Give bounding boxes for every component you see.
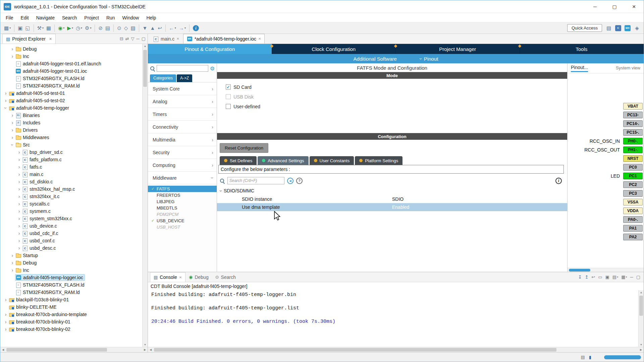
console-vertical-scrollbar[interactable]: ▲ ▼ — [638, 290, 644, 347]
menu-help[interactable]: Help — [143, 14, 159, 21]
debug-perspective-icon[interactable]: ◈ — [633, 24, 641, 32]
clear-console-icon[interactable]: ▭▾ — [598, 275, 602, 279]
scroll-right-icon[interactable]: ▶ — [142, 347, 148, 352]
config-tab-set-defines[interactable]: Set Defines — [220, 156, 257, 165]
view-menu-icon[interactable]: ▽▾ — [131, 37, 134, 41]
tree-item-breakout-f070cb-arduino-template[interactable]: › breakout-f070cb-arduino-template — [0, 311, 142, 318]
checkbox[interactable] — [226, 104, 231, 109]
category-middleware[interactable]: Middleware › — [148, 172, 217, 184]
parameter-group-row[interactable]: › SDIO/SDMMC — [217, 186, 567, 195]
info-icon[interactable]: i▾ — [192, 24, 200, 33]
tree-item-inc[interactable]: › Inc — [0, 266, 142, 274]
menu-run[interactable]: Run — [103, 14, 118, 21]
previous-annotation-icon[interactable]: ▲▾ — [149, 24, 156, 33]
expand-arrow-icon[interactable]: › — [10, 142, 15, 147]
pin-console-icon[interactable]: ▣▾ — [605, 275, 609, 279]
pin-pa2[interactable]: PA2 — [623, 234, 643, 240]
pin-pc14[interactable]: PC14-. — [623, 120, 643, 127]
expand-arrow-icon[interactable]: › — [3, 98, 8, 103]
expand-arrow-icon[interactable]: › — [16, 231, 22, 236]
close-tab-icon[interactable]: ✕ — [258, 37, 261, 41]
tree-item-stm32f405rgtx-flash-ld[interactable]: STM32F405RGTX_FLASH.ld — [0, 75, 142, 82]
scroll-lock-icon[interactable]: ↥▾ — [585, 275, 588, 279]
tree-item-stm32f4xx-hal-msp-c[interactable]: › stm32f4xx_hal_msp.c — [0, 185, 142, 193]
dropdown-caret-icon[interactable]: ▾ — [90, 26, 91, 29]
tree-item-stm32f405rgtx-flash-ld[interactable]: STM32F405RGTX_FLASH.ld — [0, 281, 142, 289]
collapse-all-icon[interactable]: ⊟▾ — [120, 37, 123, 41]
save-all-icon[interactable]: ◱▾ — [24, 24, 31, 33]
config-tab-advanced-settings[interactable]: Advanced Settings — [258, 156, 308, 165]
pin-pc3[interactable]: PC3 — [623, 190, 643, 197]
parameter-use-dma-template[interactable]: Use dma template Enabled — [217, 203, 567, 211]
nav-tab-project-manager[interactable]: Project Manager — [396, 44, 520, 54]
middleware-usb-host[interactable]: USB_HOST — [148, 224, 217, 230]
tree-item-src[interactable]: › Src — [0, 141, 142, 148]
skip-breakpoints-icon[interactable]: ⊘▾ — [97, 24, 104, 33]
scroll-right-icon[interactable]: ▶ — [638, 347, 644, 352]
menu-project[interactable]: Project — [81, 14, 102, 21]
profile-icon[interactable]: ◷▾ — [75, 24, 83, 33]
minimize-icon[interactable]: ─▾ — [136, 37, 139, 41]
expand-arrow-icon[interactable]: › — [3, 297, 8, 302]
tree-item-stm32f4xx-it-c[interactable]: › stm32f4xx_it.c — [0, 193, 142, 200]
middleware-libjpeg[interactable]: LIBJPEG — [148, 198, 217, 205]
editor-tab-adafruit-f405-temp-logger-ioc[interactable]: *adafruit-f405-temp-logger.ioc ✕ — [183, 34, 265, 44]
nav-tab-pinout-configuration[interactable]: Pinout & Configuration — [148, 44, 272, 54]
menu-edit[interactable]: Edit — [17, 14, 32, 21]
device-configuration-perspective-icon[interactable]: MX — [624, 24, 632, 32]
tree-item-blackpill-f103c8-blinky-01[interactable]: › blackpill-f103c8-blinky-01 — [0, 296, 142, 303]
expand-arrow-icon[interactable]: › — [16, 164, 22, 170]
tree-item-adafruit-f405-logger-test-01-elf-launch[interactable]: adafruit-f405-logger-test-01.elf.launch — [0, 60, 142, 67]
scrollbar-thumb[interactable] — [143, 50, 147, 87]
tree-item-fatfs-platform-c[interactable]: › fatfs_platform.c — [0, 156, 142, 163]
tree-item-usbd-desc-c[interactable]: › usbd_desc.c — [0, 244, 142, 252]
tree-item-syscalls-c[interactable]: › syscalls.c — [0, 200, 142, 207]
help-icon[interactable]: ? — [296, 178, 303, 184]
clear-search-icon[interactable]: ◂ — [287, 178, 293, 184]
parameter-value[interactable]: Enabled — [392, 204, 567, 210]
dropdown-caret-icon[interactable]: ▾ — [63, 26, 64, 29]
editor-state-icon[interactable]: ▮▾ — [589, 355, 591, 359]
tree-item-binaries[interactable]: › Binaries — [0, 112, 142, 119]
pin-pc0[interactable]: PC0 — [623, 164, 643, 171]
dropdown-caret-icon[interactable]: ▾ — [9, 26, 11, 29]
pin-ph1[interactable]: PH1-. — [623, 146, 643, 153]
debug-icon[interactable]: ◉▾ — [57, 24, 65, 33]
expand-arrow-icon[interactable]: › — [16, 238, 22, 243]
pinout-horizontal-scrollbar[interactable] — [568, 268, 644, 272]
tree-item-debug[interactable]: › Debug — [0, 259, 142, 266]
expand-arrow-icon[interactable]: › — [16, 186, 22, 192]
console-output[interactable]: Finished building: adafruit-f405-temp-lo… — [148, 290, 638, 347]
category-multimedia[interactable]: Multimedia › — [148, 133, 217, 146]
link-with-editor-icon[interactable]: ⇄▾ — [125, 37, 129, 41]
tree-item-sysmem-c[interactable]: › sysmem.c — [0, 207, 142, 215]
config-tab-platform-settings[interactable]: Platform Settings — [355, 156, 402, 165]
menu-search[interactable]: Search — [59, 14, 80, 21]
middleware-usb-device[interactable]: ✓ USB_DEVICE — [148, 218, 217, 224]
scrollbar-thumb[interactable] — [6, 348, 107, 352]
pin-pc1[interactable]: PC1 — [623, 173, 643, 179]
category-computing[interactable]: Computing › — [148, 159, 217, 172]
tree-item-usbd-cdc-if-c[interactable]: › usbd_cdc_if.c — [0, 230, 142, 237]
tree-item-adafruit-f405-logger-test-01-ioc[interactable]: adafruit-f405-logger-test-01.ioc — [0, 67, 142, 75]
close-view-icon[interactable]: ✕ — [49, 37, 52, 41]
dropdown-caret-icon[interactable]: ▾ — [81, 26, 82, 29]
tree-item-blinky-delete-me[interactable]: blinky-DELETE-ME — [0, 303, 142, 311]
pin-nrst[interactable]: NRST — [623, 155, 643, 162]
pin-vssa[interactable]: VSSA — [623, 199, 643, 205]
console-tab-debug[interactable]: ◉ Debug ✕ — [185, 272, 212, 282]
tree-item-breakout-f070cb-blinky-01[interactable]: › breakout-f070cb-blinky-01 — [0, 318, 142, 325]
expand-arrow-icon[interactable]: › — [3, 105, 8, 111]
menu-navigate[interactable]: Navigate — [33, 14, 58, 21]
pin-pc15[interactable]: PC15-. — [623, 129, 643, 136]
reset-configuration-button[interactable]: Reset Configuration — [220, 143, 268, 153]
tree-item-stm32f405rgtx-ram-ld[interactable]: STM32F405RGTX_RAM.ld — [0, 289, 142, 296]
mode-option-usb-disk[interactable]: USB Disk — [226, 92, 567, 102]
expand-arrow-icon[interactable]: › — [16, 223, 22, 229]
maximize-icon[interactable]: ▢▾ — [636, 275, 640, 279]
build-icon[interactable]: ⚒▾ — [36, 24, 45, 33]
console-horizontal-scrollbar[interactable]: ◀ ▶ — [148, 347, 644, 352]
expand-arrow-icon[interactable]: › — [3, 326, 8, 332]
categories-search-input[interactable] — [157, 65, 208, 72]
nav-tab-tools[interactable]: Tools — [520, 44, 644, 54]
